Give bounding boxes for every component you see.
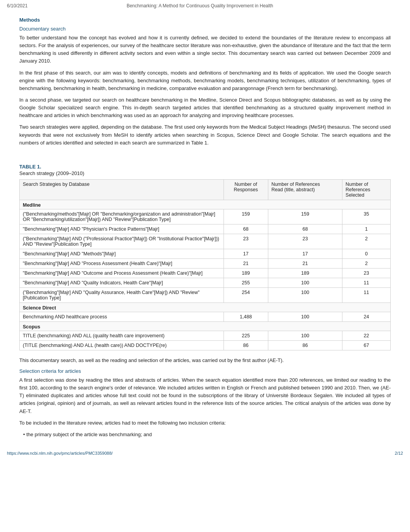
table-row: (TITLE (benchmarking) AND ALL (health ca… bbox=[20, 340, 391, 350]
intro-paragraphs: To better understand how the concept has… bbox=[19, 34, 391, 147]
responses-cell: 23 bbox=[224, 234, 268, 249]
table-label: TABLE 1. bbox=[19, 164, 391, 170]
header-date: 6/10/2021 bbox=[7, 3, 27, 8]
strategy-cell: TITLE (benchmarking) AND ALL (quality he… bbox=[20, 331, 224, 340]
selected-cell: 11 bbox=[342, 278, 391, 287]
table-row: "Benchmarking"[Majr] AND "Outcome and Pr… bbox=[20, 268, 391, 278]
read-cell: 189 bbox=[268, 268, 342, 278]
responses-cell: 225 bbox=[224, 331, 268, 340]
read-cell: 100 bbox=[268, 287, 342, 303]
selected-cell: 23 bbox=[342, 268, 391, 278]
col-header-read: Number of ReferencesRead (title, abstrac… bbox=[268, 179, 342, 200]
responses-cell: 159 bbox=[224, 209, 268, 224]
read-cell: 159 bbox=[268, 209, 342, 224]
selection-paragraph-0: A first selection was done by reading th… bbox=[19, 376, 391, 415]
selection-paragraphs: A first selection was done by reading th… bbox=[19, 376, 391, 427]
table-row: ("Benchmarking"[Majr] AND "Quality Assur… bbox=[20, 287, 391, 303]
selection-paragraph-1: To be included in the literature review,… bbox=[19, 419, 391, 427]
table-header-row: Search Strategies by Database Number of … bbox=[20, 179, 391, 200]
table-row: ("Benchmarking/methods"[Majr] OR "Benchm… bbox=[20, 209, 391, 224]
responses-cell: 189 bbox=[224, 268, 268, 278]
selected-cell: 11 bbox=[342, 287, 391, 303]
selected-cell: 35 bbox=[342, 209, 391, 224]
section-row-label: Medline bbox=[20, 200, 391, 209]
strategy-cell: ("Benchmarking"[Majr] AND ("Professional… bbox=[20, 234, 224, 249]
col-header-strategy: Search Strategies by Database bbox=[20, 179, 224, 200]
documentary-heading: Documentary search bbox=[19, 26, 391, 32]
table-row: Benchmarking AND healthcare process1,488… bbox=[20, 312, 391, 321]
footer-url[interactable]: https://www.ncbi.nlm.nih.gov/pmc/article… bbox=[7, 451, 113, 456]
strategy-cell: "Benchmarking"[Majr] AND "Outcome and Pr… bbox=[20, 268, 224, 278]
intro-paragraph-2: In a second phase, we targeted our searc… bbox=[19, 96, 391, 119]
header-title: Benchmarking: A Method for Continuous Qu… bbox=[127, 3, 273, 8]
responses-cell: 68 bbox=[224, 224, 268, 234]
responses-cell: 254 bbox=[224, 287, 268, 303]
methods-heading: Methods bbox=[19, 17, 391, 23]
read-cell: 100 bbox=[268, 278, 342, 287]
table-row: Scopus bbox=[20, 321, 391, 331]
read-cell: 100 bbox=[268, 312, 342, 321]
strategy-cell: "Benchmarking"[Majr] AND "Process Assess… bbox=[20, 258, 224, 268]
selected-cell: 0 bbox=[342, 249, 391, 258]
table-body: Medline("Benchmarking/methods"[Majr] OR … bbox=[20, 200, 391, 350]
table-caption: Search strategy (2009–2010) bbox=[19, 170, 391, 176]
selection-heading: Selection criteria for articles bbox=[19, 368, 391, 374]
main-content: Methods Documentary search To better und… bbox=[0, 10, 410, 449]
strategy-cell: "Benchmarking"[Majr] AND "Physician's Pr… bbox=[20, 224, 224, 234]
responses-cell: 86 bbox=[224, 340, 268, 350]
after-table-paragraph: This documentary search, as well as the … bbox=[19, 357, 391, 364]
intro-paragraph-0: To better understand how the concept has… bbox=[19, 34, 391, 65]
selected-cell: 24 bbox=[342, 312, 391, 321]
read-cell: 23 bbox=[268, 234, 342, 249]
section-row-label: Science Direct bbox=[20, 303, 391, 312]
responses-cell: 1,488 bbox=[224, 312, 268, 321]
read-cell: 68 bbox=[268, 224, 342, 234]
table-row: "Benchmarking"[Majr] AND "Physician's Pr… bbox=[20, 224, 391, 234]
responses-cell: 255 bbox=[224, 278, 268, 287]
table-row: "Benchmarking"[Majr] AND "Process Assess… bbox=[20, 258, 391, 268]
table-row: Medline bbox=[20, 200, 391, 209]
page-header: 6/10/2021 Benchmarking: A Method for Con… bbox=[0, 0, 410, 10]
bullet-point: • the primary subject of the article was… bbox=[23, 431, 391, 439]
read-cell: 100 bbox=[268, 331, 342, 340]
col-header-selected: Number ofReferencesSelected bbox=[342, 179, 391, 200]
table-row: ("Benchmarking"[Majr] AND ("Professional… bbox=[20, 234, 391, 249]
read-cell: 21 bbox=[268, 258, 342, 268]
col-header-responses: Number of Responses bbox=[224, 179, 268, 200]
table-row: "Benchmarking"[Majr] AND "Quality Indica… bbox=[20, 278, 391, 287]
search-strategy-table: Search Strategies by Database Number of … bbox=[19, 179, 391, 350]
responses-cell: 17 bbox=[224, 249, 268, 258]
strategy-cell: (TITLE (benchmarking) AND ALL (health ca… bbox=[20, 340, 224, 350]
responses-cell: 21 bbox=[224, 258, 268, 268]
selected-cell: 2 bbox=[342, 234, 391, 249]
selected-cell: 67 bbox=[342, 340, 391, 350]
strategy-cell: "Benchmarking"[Majr] AND "Quality Indica… bbox=[20, 278, 224, 287]
strategy-cell: ("Benchmarking"[Majr] AND "Quality Assur… bbox=[20, 287, 224, 303]
read-cell: 86 bbox=[268, 340, 342, 350]
table-row: TITLE (benchmarking) AND ALL (quality he… bbox=[20, 331, 391, 340]
read-cell: 17 bbox=[268, 249, 342, 258]
intro-paragraph-3: Two search strategies were applied, depe… bbox=[19, 123, 391, 146]
strategy-cell: ("Benchmarking/methods"[Majr] OR "Benchm… bbox=[20, 209, 224, 224]
table-row: Science Direct bbox=[20, 303, 391, 312]
page-footer: https://www.ncbi.nlm.nih.gov/pmc/article… bbox=[0, 449, 410, 458]
section-row-label: Scopus bbox=[20, 321, 391, 331]
table-row: "Benchmarking"[Majr] AND "Methods"[Majr]… bbox=[20, 249, 391, 258]
selected-cell: 1 bbox=[342, 224, 391, 234]
strategy-cell: Benchmarking AND healthcare process bbox=[20, 312, 224, 321]
footer-page: 2/12 bbox=[395, 451, 403, 456]
intro-paragraph-1: In the first phase of this search, our a… bbox=[19, 69, 391, 92]
selected-cell: 2 bbox=[342, 258, 391, 268]
selected-cell: 22 bbox=[342, 331, 391, 340]
strategy-cell: "Benchmarking"[Majr] AND "Methods"[Majr] bbox=[20, 249, 224, 258]
